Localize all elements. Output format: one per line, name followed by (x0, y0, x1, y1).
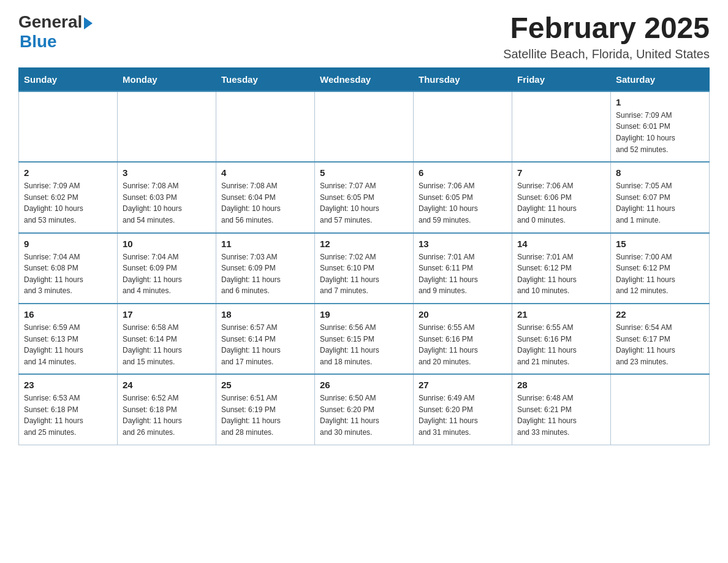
calendar-cell: 4Sunrise: 7:08 AM Sunset: 6:04 PM Daylig… (216, 162, 315, 232)
day-number: 8 (616, 167, 704, 178)
calendar-cell: 2Sunrise: 7:09 AM Sunset: 6:02 PM Daylig… (19, 162, 118, 232)
day-number: 21 (517, 309, 605, 320)
day-number: 16 (24, 309, 112, 320)
location-title: Satellite Beach, Florida, United States (503, 47, 710, 61)
logo-arrow-icon (84, 17, 93, 29)
day-info: Sunrise: 6:49 AM Sunset: 6:20 PM Dayligh… (419, 393, 507, 438)
calendar-week-row: 9Sunrise: 7:04 AM Sunset: 6:08 PM Daylig… (19, 233, 710, 304)
day-of-week-header: Tuesday (216, 67, 315, 91)
calendar-cell: 12Sunrise: 7:02 AM Sunset: 6:10 PM Dayli… (315, 233, 414, 304)
day-number: 18 (221, 309, 309, 320)
calendar-cell: 8Sunrise: 7:05 AM Sunset: 6:07 PM Daylig… (611, 162, 710, 232)
calendar-cell: 27Sunrise: 6:49 AM Sunset: 6:20 PM Dayli… (414, 374, 512, 445)
calendar-cell: 25Sunrise: 6:51 AM Sunset: 6:19 PM Dayli… (216, 374, 315, 445)
day-number: 10 (123, 239, 211, 249)
day-info: Sunrise: 6:55 AM Sunset: 6:16 PM Dayligh… (419, 322, 507, 367)
day-info: Sunrise: 6:53 AM Sunset: 6:18 PM Dayligh… (24, 393, 112, 438)
day-info: Sunrise: 6:52 AM Sunset: 6:18 PM Dayligh… (123, 393, 211, 438)
day-of-week-header: Saturday (611, 67, 710, 91)
calendar-cell: 21Sunrise: 6:55 AM Sunset: 6:16 PM Dayli… (512, 304, 611, 374)
day-of-week-header: Thursday (414, 67, 512, 91)
calendar-table: SundayMondayTuesdayWednesdayThursdayFrid… (18, 67, 710, 445)
calendar-cell (19, 91, 118, 162)
day-number: 11 (221, 239, 309, 249)
day-info: Sunrise: 7:09 AM Sunset: 6:02 PM Dayligh… (24, 180, 112, 226)
calendar-week-row: 23Sunrise: 6:53 AM Sunset: 6:18 PM Dayli… (19, 374, 710, 445)
day-info: Sunrise: 6:56 AM Sunset: 6:15 PM Dayligh… (320, 322, 408, 367)
calendar-cell: 14Sunrise: 7:01 AM Sunset: 6:12 PM Dayli… (512, 233, 611, 304)
day-number: 28 (517, 380, 605, 390)
day-number: 3 (123, 167, 211, 178)
day-info: Sunrise: 6:57 AM Sunset: 6:14 PM Dayligh… (221, 322, 309, 367)
calendar-cell: 6Sunrise: 7:06 AM Sunset: 6:05 PM Daylig… (414, 162, 512, 232)
calendar-cell (414, 91, 512, 162)
day-number: 27 (419, 380, 507, 390)
calendar-cell (216, 91, 315, 162)
day-info: Sunrise: 6:54 AM Sunset: 6:17 PM Dayligh… (616, 322, 704, 367)
calendar-cell: 1Sunrise: 7:09 AM Sunset: 6:01 PM Daylig… (611, 91, 710, 162)
day-number: 13 (419, 239, 507, 249)
day-number: 22 (616, 309, 704, 320)
calendar-cell: 15Sunrise: 7:00 AM Sunset: 6:12 PM Dayli… (611, 233, 710, 304)
day-info: Sunrise: 7:09 AM Sunset: 6:01 PM Dayligh… (616, 110, 704, 155)
month-title: February 2025 (503, 12, 710, 45)
logo-general-text: General (18, 12, 82, 32)
day-number: 26 (320, 380, 408, 390)
day-number: 6 (419, 167, 507, 178)
day-number: 2 (24, 167, 112, 178)
day-info: Sunrise: 7:03 AM Sunset: 6:09 PM Dayligh… (221, 251, 309, 297)
calendar-cell: 28Sunrise: 6:48 AM Sunset: 6:21 PM Dayli… (512, 374, 611, 445)
day-info: Sunrise: 7:04 AM Sunset: 6:08 PM Dayligh… (24, 251, 112, 297)
day-info: Sunrise: 7:06 AM Sunset: 6:05 PM Dayligh… (419, 180, 507, 226)
day-info: Sunrise: 6:58 AM Sunset: 6:14 PM Dayligh… (123, 322, 211, 367)
day-info: Sunrise: 7:08 AM Sunset: 6:04 PM Dayligh… (221, 180, 309, 226)
calendar-cell: 7Sunrise: 7:06 AM Sunset: 6:06 PM Daylig… (512, 162, 611, 232)
day-info: Sunrise: 6:59 AM Sunset: 6:13 PM Dayligh… (24, 322, 112, 367)
calendar-cell (315, 91, 414, 162)
day-info: Sunrise: 7:04 AM Sunset: 6:09 PM Dayligh… (123, 251, 211, 297)
logo-blue-text: Blue (20, 32, 57, 52)
calendar-cell: 5Sunrise: 7:07 AM Sunset: 6:05 PM Daylig… (315, 162, 414, 232)
title-block: February 2025 Satellite Beach, Florida, … (503, 12, 710, 61)
day-info: Sunrise: 7:06 AM Sunset: 6:06 PM Dayligh… (517, 180, 605, 226)
day-info: Sunrise: 7:00 AM Sunset: 6:12 PM Dayligh… (616, 251, 704, 297)
day-number: 9 (24, 239, 112, 249)
calendar-cell (611, 374, 710, 445)
day-number: 4 (221, 167, 309, 178)
day-info: Sunrise: 7:08 AM Sunset: 6:03 PM Dayligh… (123, 180, 211, 226)
day-info: Sunrise: 6:50 AM Sunset: 6:20 PM Dayligh… (320, 393, 408, 438)
day-info: Sunrise: 6:48 AM Sunset: 6:21 PM Dayligh… (517, 393, 605, 438)
calendar-cell (512, 91, 611, 162)
day-info: Sunrise: 6:55 AM Sunset: 6:16 PM Dayligh… (517, 322, 605, 367)
calendar-cell: 11Sunrise: 7:03 AM Sunset: 6:09 PM Dayli… (216, 233, 315, 304)
day-number: 1 (616, 97, 704, 107)
calendar-cell: 3Sunrise: 7:08 AM Sunset: 6:03 PM Daylig… (118, 162, 216, 232)
day-number: 23 (24, 380, 112, 390)
day-number: 12 (320, 239, 408, 249)
day-number: 15 (616, 239, 704, 249)
day-of-week-header: Monday (118, 67, 216, 91)
calendar-header-row: SundayMondayTuesdayWednesdayThursdayFrid… (19, 67, 710, 91)
calendar-cell: 19Sunrise: 6:56 AM Sunset: 6:15 PM Dayli… (315, 304, 414, 374)
calendar-cell: 26Sunrise: 6:50 AM Sunset: 6:20 PM Dayli… (315, 374, 414, 445)
calendar-cell: 13Sunrise: 7:01 AM Sunset: 6:11 PM Dayli… (414, 233, 512, 304)
day-number: 17 (123, 309, 211, 320)
day-number: 7 (517, 167, 605, 178)
calendar-cell: 20Sunrise: 6:55 AM Sunset: 6:16 PM Dayli… (414, 304, 512, 374)
calendar-cell: 23Sunrise: 6:53 AM Sunset: 6:18 PM Dayli… (19, 374, 118, 445)
calendar-cell: 9Sunrise: 7:04 AM Sunset: 6:08 PM Daylig… (19, 233, 118, 304)
day-info: Sunrise: 7:07 AM Sunset: 6:05 PM Dayligh… (320, 180, 408, 226)
day-number: 19 (320, 309, 408, 320)
day-info: Sunrise: 6:51 AM Sunset: 6:19 PM Dayligh… (221, 393, 309, 438)
calendar-cell: 17Sunrise: 6:58 AM Sunset: 6:14 PM Dayli… (118, 304, 216, 374)
day-number: 20 (419, 309, 507, 320)
page-header: General Blue February 2025 Satellite Bea… (18, 12, 710, 61)
day-number: 24 (123, 380, 211, 390)
calendar-cell (118, 91, 216, 162)
day-info: Sunrise: 7:01 AM Sunset: 6:12 PM Dayligh… (517, 251, 605, 297)
day-info: Sunrise: 7:05 AM Sunset: 6:07 PM Dayligh… (616, 180, 704, 226)
day-of-week-header: Sunday (19, 67, 118, 91)
day-number: 5 (320, 167, 408, 178)
calendar-cell: 10Sunrise: 7:04 AM Sunset: 6:09 PM Dayli… (118, 233, 216, 304)
day-of-week-header: Friday (512, 67, 611, 91)
